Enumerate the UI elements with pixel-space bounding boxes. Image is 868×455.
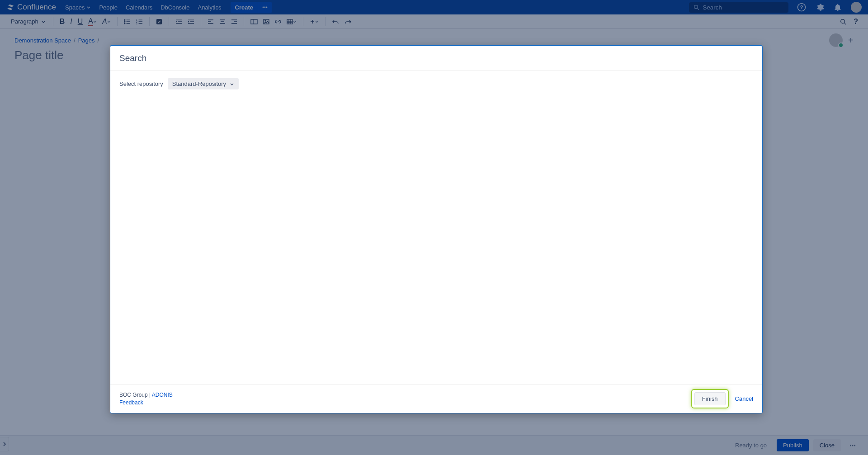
- dialog-title: Search: [110, 46, 762, 71]
- repository-select[interactable]: Standard-Repository: [168, 78, 239, 89]
- search-dialog: Search Select repository Standard-Reposi…: [110, 45, 763, 413]
- dialog-body: Select repository Standard-Repository: [110, 71, 762, 384]
- finish-button[interactable]: Finish: [694, 392, 726, 405]
- repo-label: Select repository: [119, 80, 163, 87]
- repo-value: Standard-Repository: [172, 80, 226, 87]
- dialog-footer-left: BOC Group | ADONIS Feedback: [119, 391, 173, 407]
- footer-sep: |: [148, 392, 152, 398]
- cancel-link[interactable]: Cancel: [735, 395, 753, 402]
- footer-feedback-link[interactable]: Feedback: [119, 399, 143, 406]
- footer-vendor: BOC Group: [119, 392, 148, 398]
- footer-product-link[interactable]: ADONIS: [152, 392, 173, 398]
- chevron-down-icon: [230, 82, 234, 86]
- finish-highlight: Finish: [691, 389, 729, 408]
- dialog-footer: BOC Group | ADONIS Feedback Finish Cance…: [110, 384, 762, 413]
